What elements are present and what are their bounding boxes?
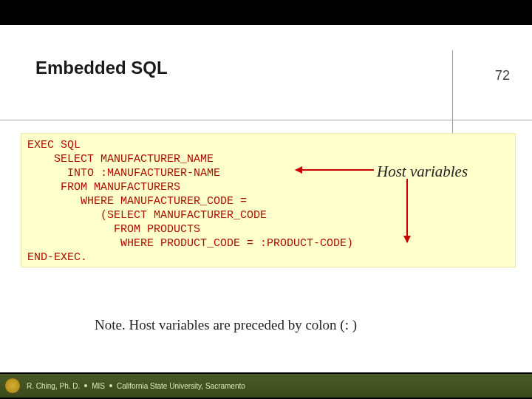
code-line: FROM PRODUCTS [27, 223, 200, 236]
horizontal-divider [0, 120, 532, 120]
dot-icon [109, 384, 112, 387]
code-line: (SELECT MANUFACTURER_CODE [27, 209, 267, 222]
slide: Embedded SQL 72 EXEC SQL SELECT MANUFACT… [0, 25, 532, 372]
code-line: INTO :MANUFACTURER-NAME [27, 167, 220, 180]
footer-author: R. Ching, Ph. D. [27, 382, 80, 390]
code-line: WHERE MANUFACTURER_CODE = [27, 195, 247, 208]
arrow-left-icon [296, 169, 374, 171]
footer-dept: MIS [92, 382, 105, 390]
footer-bar: R. Ching, Ph. D. MIS California State Un… [0, 374, 532, 398]
page-title: Embedded SQL [35, 58, 168, 78]
annotation-label: Host variables [377, 163, 468, 181]
dot-icon [84, 384, 87, 387]
footnote: Note. Host variables are preceded by col… [95, 317, 357, 333]
page-number: 72 [495, 68, 510, 83]
arrow-down-icon [406, 179, 408, 242]
footer-org: California State University, Sacramento [117, 382, 245, 390]
code-line: EXEC SQL [27, 139, 81, 151]
code-line: WHERE PRODUCT_CODE = :PRODUCT-CODE) [27, 237, 353, 250]
seal-icon [4, 378, 21, 394]
code-block: EXEC SQL SELECT MANUFACTURER_NAME INTO :… [21, 133, 516, 267]
code-line: SELECT MANUFACTURER_NAME [27, 153, 214, 166]
code-line: END-EXEC. [27, 251, 87, 264]
code-line: FROM MANUFACTURERS [27, 181, 180, 194]
